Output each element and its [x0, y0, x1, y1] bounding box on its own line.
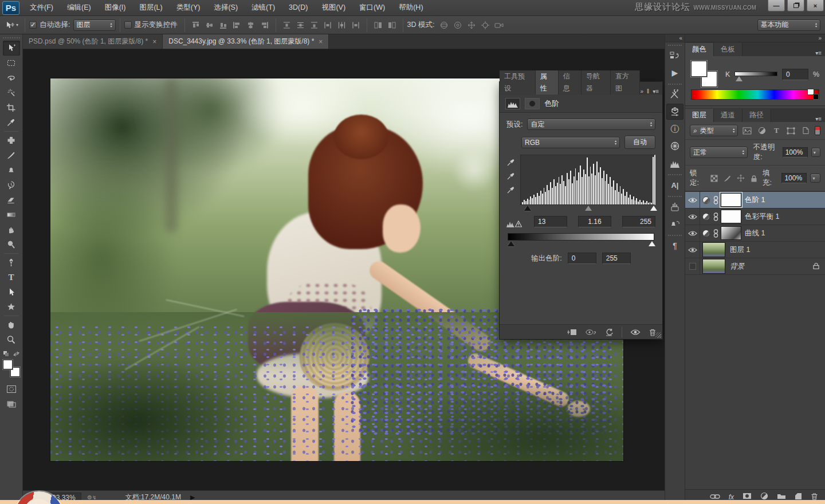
tab-info[interactable]: 信息	[559, 70, 582, 94]
visibility-well[interactable]	[685, 225, 700, 241]
output-low-value[interactable]: 0	[568, 253, 596, 264]
visibility-well[interactable]	[685, 242, 700, 258]
info-panel-icon[interactable]: ⓘ	[666, 121, 683, 137]
k-slider[interactable]	[734, 72, 777, 77]
hand-tool[interactable]	[3, 317, 20, 332]
layer-filter-dropdown[interactable]: ⌕类型 ▴▾	[690, 125, 738, 136]
menu-3d[interactable]: 3D(D)	[282, 0, 315, 15]
align-right-edges-button[interactable]	[258, 19, 272, 32]
properties-panel-icon[interactable]	[666, 104, 683, 120]
default-colors-icon[interactable]	[3, 351, 10, 357]
distribute-right-edges-button[interactable]	[349, 19, 363, 32]
tab-layers[interactable]: 图层	[685, 109, 714, 122]
tab-properties[interactable]: 属性	[536, 70, 559, 94]
dock-grip[interactable]	[668, 174, 682, 175]
tab-color[interactable]: 颜色	[685, 43, 714, 56]
align-horizontal-centers-button[interactable]	[244, 19, 258, 32]
lock-transparency-icon[interactable]	[709, 175, 718, 182]
clone-stamp-tool[interactable]	[3, 163, 20, 178]
distribute-left-edges-button[interactable]	[321, 19, 335, 32]
menu-type[interactable]: 类型(Y)	[170, 0, 207, 15]
layer-name[interactable]: 色彩平衡 1	[745, 212, 779, 222]
foreground-color-swatch[interactable]	[691, 61, 707, 77]
clone-source-panel-icon[interactable]	[666, 216, 683, 232]
crop-tool[interactable]	[3, 100, 20, 115]
collapse-dock-icon[interactable]: «	[679, 35, 682, 41]
gradient-tool[interactable]	[3, 207, 20, 222]
lock-all-icon[interactable]	[749, 175, 759, 182]
align-vertical-centers-button[interactable]	[203, 19, 217, 32]
menu-layer[interactable]: 图层(L)	[132, 0, 169, 15]
collapse-panels-icon[interactable]: »	[818, 35, 822, 41]
shadow-input-value[interactable]: 13	[534, 216, 567, 227]
distribute-horizontal-centers-button[interactable]	[335, 19, 349, 32]
type-tool[interactable]: T	[3, 270, 20, 285]
dock-grip[interactable]	[668, 45, 682, 46]
menu-filter[interactable]: 滤镜(T)	[245, 0, 282, 15]
layer-name[interactable]: 图层 1	[730, 245, 750, 255]
gamma-input-value[interactable]: 1.16	[578, 216, 611, 227]
3d-drag-icon[interactable]	[465, 19, 478, 32]
lock-pixels-icon[interactable]	[722, 175, 732, 182]
panel-resize-grip[interactable]	[655, 332, 661, 338]
distribute-vertical-centers-button[interactable]	[294, 19, 308, 32]
show-transform-checkbox[interactable]	[124, 21, 132, 29]
layer-row-background[interactable]: 背景	[685, 258, 825, 275]
menu-file[interactable]: 文件(F)	[23, 0, 60, 15]
close-icon[interactable]: ×	[152, 38, 156, 46]
channel-dropdown[interactable]: RGB ▴▾	[521, 137, 620, 148]
filter-pixel-layers-icon[interactable]	[741, 127, 753, 135]
dock-grip[interactable]	[668, 84, 682, 85]
auto-button[interactable]: 自动	[624, 136, 655, 149]
fill-scrubber[interactable]: ▾	[810, 174, 820, 183]
menu-help[interactable]: 帮助(H)	[392, 0, 430, 15]
rectangular-marquee-tool[interactable]	[3, 56, 20, 70]
layer-row-curves1[interactable]: 曲线 1	[685, 225, 825, 242]
auto-select-target-dropdown[interactable]: 图层 ▴▾	[73, 19, 116, 31]
k-value-field[interactable]: 0	[782, 69, 808, 80]
path-selection-tool[interactable]	[3, 285, 20, 300]
panel-menu-icon[interactable]: ▾≡	[815, 50, 825, 56]
collapse-panel-icon[interactable]: »	[640, 88, 643, 94]
color-spectrum-ramp[interactable]	[691, 89, 819, 100]
move-tool[interactable]	[3, 41, 20, 56]
dock-grip[interactable]	[668, 235, 682, 236]
3d-slide-icon[interactable]	[478, 19, 492, 32]
tab-histogram[interactable]: 直方图	[611, 70, 640, 94]
highlight-input-value[interactable]: 255	[622, 216, 655, 227]
foreground-color-swatch[interactable]	[3, 360, 13, 369]
shadow-input-slider[interactable]	[524, 206, 531, 211]
auto-align-layers-button[interactable]	[371, 19, 385, 32]
dodge-tool[interactable]	[3, 237, 20, 252]
custom-shape-tool[interactable]	[3, 300, 20, 314]
tab-paths[interactable]: 路径	[742, 109, 771, 122]
panel-menu-icon[interactable]: ▾≡	[815, 116, 825, 122]
zoom-tool[interactable]	[3, 332, 20, 347]
eyedropper-tool[interactable]	[3, 115, 20, 130]
tab-tool-presets[interactable]: 工具预设	[500, 70, 536, 94]
tab-swatches[interactable]: 色板	[714, 43, 742, 56]
visibility-empty-checkbox[interactable]	[689, 263, 696, 270]
magic-wand-tool[interactable]	[3, 85, 20, 100]
document-tab-psd[interactable]: PSD.psd @ 50% (色阶 1, 图层蒙版/8) * ×	[23, 34, 163, 49]
brush-panel-icon[interactable]	[666, 199, 683, 215]
layer-name[interactable]: 色阶 1	[745, 195, 765, 205]
output-shadow-slider[interactable]	[508, 241, 514, 246]
visibility-well[interactable]	[685, 192, 700, 208]
actions-panel-icon[interactable]: ▶	[666, 65, 683, 81]
tab-channels[interactable]: 通道	[714, 109, 742, 122]
brush-tool[interactable]	[3, 148, 20, 163]
gray-point-eyedropper-icon[interactable]	[506, 172, 516, 180]
swap-colors-icon[interactable]	[13, 351, 20, 357]
histogram-warning-icon[interactable]	[506, 216, 522, 227]
layer-thumbnail[interactable]	[702, 259, 725, 274]
close-icon[interactable]: ×	[319, 38, 323, 46]
distribute-bottom-edges-button[interactable]	[308, 19, 321, 32]
layer-mask-icon[interactable]	[525, 98, 540, 109]
menu-select[interactable]: 选择(S)	[207, 0, 245, 15]
mask-link-icon[interactable]	[712, 212, 719, 221]
tool-presets-panel-icon[interactable]	[666, 86, 683, 103]
layer-name[interactable]: 曲线 1	[745, 229, 765, 238]
reset-adjustment-icon[interactable]	[604, 328, 614, 336]
opacity-value[interactable]: 100%	[783, 147, 808, 158]
